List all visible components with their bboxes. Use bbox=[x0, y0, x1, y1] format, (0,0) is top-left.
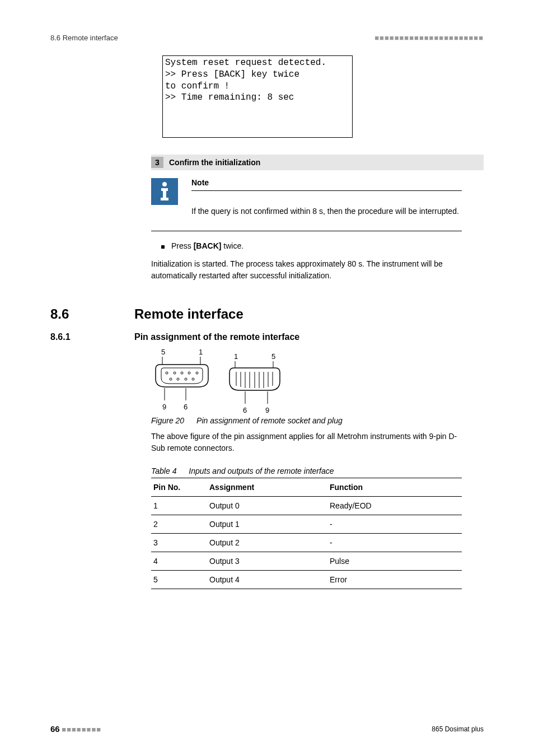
doc-title: 865 Dosimat plus bbox=[432, 725, 484, 733]
svg-text:1: 1 bbox=[199, 348, 203, 356]
bullet-icon bbox=[161, 245, 165, 249]
table-row: 3 Output 2 - bbox=[151, 534, 462, 552]
col-header: Pin No. bbox=[151, 478, 207, 497]
footer-dots: ■■■■■■■■ bbox=[62, 725, 101, 734]
step-block: 3 Confirm the initialization Note If the… bbox=[151, 155, 484, 282]
svg-rect-3 bbox=[161, 198, 168, 200]
plug-diagram: 1 5 6 9 bbox=[224, 347, 285, 414]
page-header: 8.6 Remote interface ■■■■■■■■■■■■■■■■■■■… bbox=[50, 34, 484, 42]
svg-text:5: 5 bbox=[161, 348, 165, 356]
note-title: Note bbox=[191, 178, 462, 191]
col-header: Function bbox=[327, 478, 462, 497]
page-number: 66 bbox=[50, 724, 60, 734]
remote-interface-table: Pin No. Assignment Function 1 Output 0 R… bbox=[151, 478, 462, 589]
step-header: 3 Confirm the initialization bbox=[151, 155, 484, 170]
table-row: 2 Output 1 - bbox=[151, 515, 462, 534]
bullet-item: Press [BACK] twice. bbox=[151, 241, 462, 250]
step-result: Initialization is started. The process t… bbox=[151, 258, 462, 282]
subsection-title: Pin assignment of the remote interface bbox=[134, 332, 299, 342]
connector-diagrams: 5 1 9 6 1 5 bbox=[151, 347, 484, 414]
lcd-line: System reset request detected. bbox=[165, 57, 348, 69]
lcd-line: to confirm ! bbox=[165, 81, 348, 92]
bullet-text: Press [BACK] twice. bbox=[171, 241, 243, 250]
page-footer: 66 ■■■■■■■■ 865 Dosimat plus bbox=[50, 724, 484, 734]
footer-left: 66 ■■■■■■■■ bbox=[50, 724, 101, 734]
svg-text:6: 6 bbox=[243, 406, 247, 414]
step-number: 3 bbox=[151, 157, 163, 168]
figure-title: Pin assignment of remote socket and plug bbox=[196, 416, 343, 425]
svg-rect-2 bbox=[163, 188, 166, 199]
socket-diagram: 5 1 9 6 bbox=[151, 347, 213, 414]
step-title: Confirm the initialization bbox=[169, 158, 260, 167]
table-row: 5 Output 4 Error bbox=[151, 571, 462, 589]
svg-text:9: 9 bbox=[162, 403, 166, 411]
table-row: 1 Output 0 Ready/EOD bbox=[151, 497, 462, 515]
info-icon bbox=[151, 178, 178, 205]
figure-area: 5 1 9 6 1 5 bbox=[151, 347, 484, 425]
section-title: Remote interface bbox=[134, 306, 243, 322]
note-box: Note If the query is not confirmed withi… bbox=[151, 178, 462, 231]
table-caption: Table 4 Inputs and outputs of the remote… bbox=[151, 466, 462, 478]
figure-label: Figure 20 bbox=[151, 416, 184, 425]
figure-description: The above figure of the pin assignment a… bbox=[151, 431, 462, 454]
step-body: Press [BACK] twice. Initialization is st… bbox=[151, 241, 462, 282]
note-text: If the query is not confirmed within 8 s… bbox=[191, 206, 462, 217]
subsection-heading: 8.6.1 Pin assignment of the remote inter… bbox=[50, 332, 484, 342]
table-header-row: Pin No. Assignment Function bbox=[151, 478, 462, 497]
lcd-screen: System reset request detected. >> Press … bbox=[162, 55, 353, 138]
svg-text:6: 6 bbox=[184, 403, 188, 411]
col-header: Assignment bbox=[207, 478, 327, 497]
header-dots: ■■■■■■■■■■■■■■■■■■■■■■ bbox=[374, 34, 484, 42]
figure-caption: Figure 20 Pin assignment of remote socke… bbox=[151, 416, 484, 425]
table-title: Inputs and outputs of the remote interfa… bbox=[189, 466, 334, 475]
section-num: 8.6 bbox=[50, 306, 134, 322]
lcd-line: >> Time remaining: 8 sec bbox=[165, 92, 348, 104]
svg-text:5: 5 bbox=[271, 352, 275, 361]
section-heading: 8.6 Remote interface bbox=[50, 306, 484, 322]
table-label: Table 4 bbox=[151, 466, 176, 475]
svg-text:9: 9 bbox=[265, 406, 269, 414]
svg-point-0 bbox=[162, 182, 167, 186]
lcd-line: >> Press [BACK] key twice bbox=[165, 69, 348, 81]
svg-text:1: 1 bbox=[234, 352, 238, 361]
subsection-num: 8.6.1 bbox=[50, 332, 134, 342]
note-content: Note If the query is not confirmed withi… bbox=[191, 178, 462, 217]
section-path: 8.6 Remote interface bbox=[50, 34, 118, 42]
table-row: 4 Output 3 Pulse bbox=[151, 552, 462, 571]
